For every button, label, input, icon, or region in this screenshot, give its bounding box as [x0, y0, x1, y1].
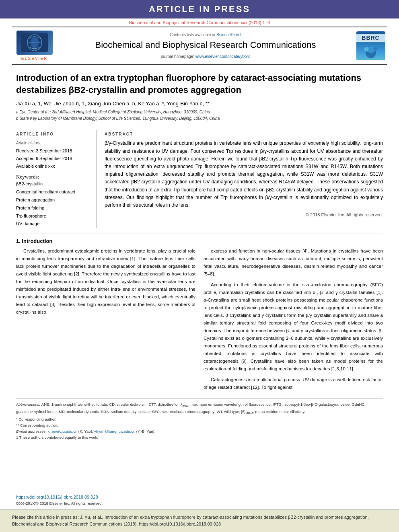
svg-point-8 — [373, 46, 377, 50]
doi-bar: https://doi.org/10.1016/j.bbrc.2018.09.0… — [0, 493, 399, 501]
abbreviations-footnote: Abbreviations: ANS, 1-anilinonaphthalene… — [16, 401, 383, 416]
article-in-press-banner: ARTICLE IN PRESS — [0, 0, 399, 18]
email-yan-name: (Y.-B. Yan). — [136, 429, 156, 433]
body-section-divider — [16, 234, 383, 234]
doi-link[interactable]: https://doi.org/10.1016/j.bbrc.2018.09.0… — [16, 495, 98, 499]
intro-para-4: Cataractogenesis is a multifactorial pro… — [204, 376, 383, 391]
email-label: E-mail addresses: — [16, 429, 48, 433]
footnotes: Abbreviations: ANS, 1-anilinonaphthalene… — [16, 398, 383, 443]
journal-header: ELSEVIER Contents lists available at Sci… — [12, 27, 387, 65]
main-content: Introduction of an extra tryptophan fluo… — [0, 65, 399, 493]
info-abstract-columns: ARTICLE INFO Article history: Received 2… — [16, 130, 383, 228]
divider-after-affiliations — [16, 126, 383, 126]
email-line: E-mail addresses: xlren@zju.edu.cn (K. Y… — [16, 428, 383, 434]
history-label: Article history: — [16, 140, 90, 146]
intro-para-3: According to their elution volume in the… — [204, 281, 383, 373]
elsevier-logo-block: ELSEVIER — [12, 31, 60, 61]
journal-title-text: Biochemical and Biophysical Research Com… — [95, 39, 316, 51]
authors-text: Jia Xu a, 1, Wei-Jie Zhao b, 1, Xiang-Ju… — [16, 101, 210, 107]
article-history: Article history: Received 2 September 20… — [16, 140, 90, 170]
bbrc-logo-block: BBRC — [351, 31, 387, 61]
article-info-column: ARTICLE INFO Article history: Received 2… — [16, 130, 97, 228]
page: ARTICLE IN PRESS Biochemical and Biophys… — [0, 0, 399, 532]
authors-line: Jia Xu a, 1, Wei-Jie Zhao b, 1, Xiang-Ju… — [16, 101, 383, 107]
affiliation-b: b State Key Laboratory of Membrane Biolo… — [16, 115, 383, 122]
sciencedirect-link[interactable]: ScienceDirect — [216, 33, 241, 37]
abstract-column: ABSTRACT β/γ-Crystallins are predominant… — [105, 130, 383, 228]
available-online: Available online xxx — [16, 162, 90, 170]
contents-available-line: Contents lists available at ScienceDirec… — [170, 33, 241, 37]
article-info-section-label: ARTICLE INFO — [16, 132, 90, 136]
email-yan[interactable]: yhyan@tsinghua.edu.cn — [94, 429, 135, 433]
body-columns: Crystallins, predominant cytoplasmic pro… — [16, 247, 383, 394]
contents-label: Contents lists available at — [170, 33, 215, 37]
svg-point-7 — [364, 47, 368, 51]
email-yao[interactable]: xlren@zju.edu.cn — [48, 429, 78, 433]
affiliation-a: a Eye Center of the 2nd Affiliated Hospi… — [16, 109, 383, 115]
copyright-line: © 2018 Elsevier Inc. All rights reserved… — [105, 212, 383, 217]
email-yao-name: (K. Yao), — [78, 429, 94, 433]
abbreviations-label: Abbreviations: — [16, 402, 41, 407]
intro-para-1: Crystallins, predominant cytoplasmic pro… — [16, 247, 195, 316]
received-date: Received 2 September 2018 — [16, 147, 90, 155]
article-title: Introduction of an extra tryptophan fluo… — [16, 72, 383, 96]
citation-bar: Please cite this article in press as: J.… — [0, 509, 399, 532]
keyword-5: Trp fluorophore — [16, 212, 90, 220]
keywords-section: Keywords: βB2-crystallin Congenital here… — [16, 174, 90, 228]
body-left-col: Crystallins, predominant cytoplasmic pro… — [16, 247, 195, 394]
intro-section-number: 1. — [16, 238, 21, 244]
keyword-2: Congenital hereditary cataract — [16, 188, 90, 196]
body-right-col: express and function in non-ocular tissu… — [204, 247, 383, 394]
intro-section-title: Introduction — [22, 238, 52, 244]
keywords-label: Keywords: — [16, 174, 90, 180]
keyword-4: Protein folding — [16, 204, 90, 212]
keywords-list: βB2-crystallin Congenital hereditary cat… — [16, 180, 90, 228]
keyword-3: Protein aggregation — [16, 196, 90, 204]
equal-contribution-note: 1 These authors contributed equally to t… — [16, 434, 383, 440]
journal-title-block: Contents lists available at ScienceDirec… — [60, 31, 351, 61]
intro-heading: 1. Introduction — [16, 238, 383, 244]
keyword-6: UV damage — [16, 220, 90, 228]
elsevier-brand-text: ELSEVIER — [21, 56, 47, 61]
journal-citation-text: Biochemical and Biophysical Research Com… — [129, 20, 270, 25]
journal-homepage-line: journal homepage: www.elsevier.com/locat… — [161, 54, 250, 59]
corresponding-author-1: * Corresponding author. — [16, 416, 383, 422]
corresponding-author-2: ** Corresponding author. — [16, 422, 383, 428]
journal-citation-line: Biochemical and Biophysical Research Com… — [0, 18, 399, 27]
abstract-section-label: ABSTRACT — [105, 132, 383, 136]
affiliations: a Eye Center of the 2nd Affiliated Hospi… — [16, 109, 383, 122]
elsevier-logo-image — [16, 31, 53, 55]
issn-bar: 0006-291X/© 2018 Elsevier Inc. All right… — [0, 501, 399, 508]
homepage-label: journal homepage: — [161, 54, 194, 59]
bbrc-logo-image: BBRC — [356, 31, 385, 60]
bbrc-logo-text: BBRC — [356, 34, 385, 42]
article-in-press-text: ARTICLE IN PRESS — [149, 4, 250, 14]
abstract-text: β/γ-Crystallins are predominant structur… — [105, 140, 383, 209]
homepage-url[interactable]: www.elsevier.com/locate/ybbrc — [195, 54, 250, 59]
intro-para-2: express and function in non-ocular tissu… — [204, 247, 383, 278]
abbreviations-text: ANS, 1-anilinonaphthalene-8-sulfonate; C… — [16, 402, 366, 414]
accepted-date: Accepted 6 September 2018 — [16, 155, 90, 162]
keyword-1: βB2-crystallin — [16, 180, 90, 188]
